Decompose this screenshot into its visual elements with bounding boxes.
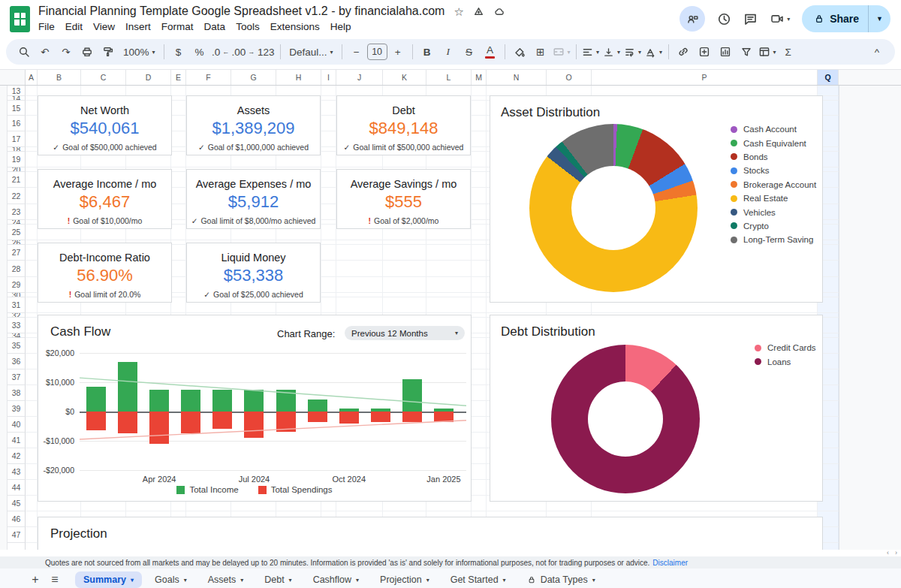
column-header-C[interactable]: C (81, 70, 126, 85)
tab-summary[interactable]: Summary▾ (75, 571, 142, 588)
column-header-O[interactable]: O (547, 70, 592, 85)
document-title[interactable]: Financial Planning Template Google Sprea… (38, 5, 444, 18)
row-header-39[interactable]: 39 (8, 401, 26, 417)
row-header-42[interactable]: 42 (8, 448, 26, 464)
insert-comment-button[interactable] (695, 42, 714, 62)
meet-caret-icon[interactable]: ▾ (787, 16, 790, 23)
merge-cells-button[interactable]: ▾ (552, 42, 571, 62)
row-header-23[interactable]: 23 (8, 204, 26, 220)
scroll-right-icon[interactable]: › (895, 550, 897, 556)
sheets-logo-icon[interactable] (10, 6, 30, 32)
row-header-31[interactable]: 31 (8, 297, 26, 313)
tab-caret-icon[interactable]: ▾ (426, 577, 429, 583)
vertical-align-button[interactable]: ▾ (602, 42, 622, 62)
row-header-19[interactable]: 19 (8, 152, 26, 167)
select-all-corner[interactable] (0, 70, 26, 85)
menu-edit[interactable]: Edit (60, 20, 88, 33)
horizontal-scrollbar[interactable]: ‹ › (0, 550, 901, 556)
text-wrap-button[interactable]: ▾ (623, 42, 643, 62)
tab-get-started[interactable]: Get Started▾ (442, 571, 514, 588)
search-button[interactable] (14, 42, 34, 62)
tab-caret-icon[interactable]: ▾ (131, 577, 134, 583)
column-header-P[interactable]: P (592, 70, 818, 85)
row-header-38[interactable]: 38 (8, 385, 26, 401)
row-header-22[interactable]: 22 (8, 188, 26, 204)
meet-button[interactable]: ▾ (770, 12, 790, 26)
menu-view[interactable]: View (88, 20, 120, 33)
tab-caret-icon[interactable]: ▾ (356, 577, 359, 583)
column-header-M[interactable]: M (472, 70, 487, 85)
decrease-decimal-button[interactable]: .0← (211, 42, 231, 62)
row-header-47[interactable]: 47 (8, 527, 26, 543)
create-filter-button[interactable] (737, 42, 756, 62)
column-header-K[interactable]: K (383, 70, 426, 85)
fill-color-button[interactable] (510, 42, 529, 62)
column-header-N[interactable]: N (487, 70, 547, 85)
cloud-saved-icon[interactable] (493, 6, 505, 17)
tab-cashflow[interactable]: Cashflow▾ (305, 571, 367, 588)
tab-debt[interactable]: Debt▾ (256, 571, 300, 588)
paint-format-button[interactable] (98, 42, 118, 62)
column-header-L[interactable]: L (426, 70, 472, 85)
disclaimer-link[interactable]: Disclaimer (652, 559, 688, 567)
strikethrough-button[interactable]: S (460, 42, 479, 62)
table-views-button[interactable]: ▾ (758, 42, 777, 62)
row-header-15[interactable]: 15 (8, 101, 26, 116)
all-sheets-button[interactable]: ≡ (45, 570, 65, 588)
menu-extensions[interactable]: Extensions (265, 20, 325, 33)
font-size-input[interactable]: 10 (367, 44, 387, 60)
move-to-drive-icon[interactable] (473, 6, 484, 17)
comments-button[interactable] (743, 12, 758, 26)
print-button[interactable] (77, 42, 97, 62)
row-header-44[interactable]: 44 (8, 480, 26, 496)
column-header-D[interactable]: D (126, 70, 171, 85)
column-header-B[interactable]: B (38, 70, 81, 85)
menu-insert[interactable]: Insert (120, 20, 156, 33)
row-header-37[interactable]: 37 (8, 369, 26, 385)
tab-caret-icon[interactable]: ▾ (592, 577, 595, 583)
zoom-select[interactable]: 100%▾ (119, 42, 159, 62)
font-select[interactable]: Defaul...▾ (285, 42, 336, 62)
column-header-Q[interactable]: Q (818, 70, 839, 85)
column-header-E[interactable]: E (171, 70, 186, 85)
horizontal-align-button[interactable]: ▾ (581, 42, 601, 62)
tab-data-types[interactable]: Data Types▾ (519, 571, 604, 588)
increase-decimal-button[interactable]: .00→ (232, 42, 255, 62)
undo-button[interactable]: ↶ (35, 42, 55, 62)
format-percent-button[interactable]: % (190, 42, 209, 62)
row-header-29[interactable]: 29 (8, 277, 26, 293)
share-button[interactable]: Share ▼ (802, 5, 890, 32)
column-header-A[interactable]: A (26, 70, 38, 85)
row-header-36[interactable]: 36 (8, 354, 26, 369)
borders-button[interactable]: ⊞ (531, 42, 550, 62)
column-header-F[interactable]: F (186, 70, 231, 85)
italic-button[interactable]: I (438, 42, 458, 62)
row-header-48[interactable]: 48 (8, 543, 26, 550)
more-formats-button[interactable]: 123 (256, 42, 276, 62)
insert-chart-button[interactable] (716, 42, 735, 62)
tab-assets[interactable]: Assets▾ (200, 571, 252, 588)
row-header-41[interactable]: 41 (8, 433, 26, 448)
row-header-21[interactable]: 21 (8, 172, 26, 188)
row-header-16[interactable]: 16 (8, 116, 26, 131)
column-header-I[interactable]: I (321, 70, 336, 85)
menu-data[interactable]: Data (199, 20, 231, 33)
tab-caret-icon[interactable]: ▾ (503, 577, 506, 583)
tab-projection[interactable]: Projection▾ (372, 571, 438, 588)
row-header-35[interactable]: 35 (8, 338, 26, 354)
version-history-button[interactable] (717, 12, 731, 26)
text-color-button[interactable]: A (481, 42, 500, 62)
row-header-25[interactable]: 25 (8, 225, 26, 240)
row-header-40[interactable]: 40 (8, 417, 26, 433)
row-header-45[interactable]: 45 (8, 496, 26, 511)
tab-caret-icon[interactable]: ▾ (289, 577, 292, 583)
row-header-43[interactable]: 43 (8, 464, 26, 480)
redo-button[interactable]: ↷ (56, 42, 76, 62)
row-header-27[interactable]: 27 (8, 245, 26, 261)
decrease-font-size-button[interactable]: − (347, 42, 366, 62)
format-currency-button[interactable]: $ (169, 42, 188, 62)
scroll-left-icon[interactable]: ‹ (887, 550, 889, 556)
column-header-G[interactable]: G (231, 70, 276, 85)
menu-tools[interactable]: Tools (231, 20, 265, 33)
share-menu-caret[interactable]: ▼ (868, 5, 890, 32)
